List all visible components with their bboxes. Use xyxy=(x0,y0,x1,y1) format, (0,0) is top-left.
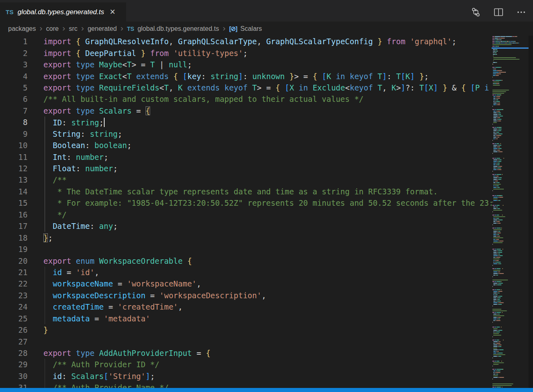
code-line[interactable]: 24 createdTime = 'createdTime', xyxy=(0,301,492,312)
line-number[interactable]: 23 xyxy=(0,291,28,300)
code-line[interactable]: 22 workspaceName = 'workspaceName', xyxy=(0,278,492,289)
line-number[interactable]: 15 xyxy=(0,198,28,207)
line-number[interactable]: 5 xyxy=(0,83,28,92)
code-line[interactable]: 7export type Scalars = { xyxy=(0,105,492,116)
code-line-text: String: string; xyxy=(43,129,123,138)
line-number[interactable]: 11 xyxy=(0,153,28,162)
line-number[interactable]: 6 xyxy=(0,95,28,103)
code-line[interactable]: 8 ID: string; xyxy=(0,116,492,128)
line-number[interactable]: 17 xyxy=(0,222,28,230)
chevron-right-icon: › xyxy=(223,24,226,32)
status-bar[interactable] xyxy=(0,388,533,392)
line-number[interactable]: 31 xyxy=(0,383,28,388)
line-number[interactable]: 9 xyxy=(0,129,28,138)
code-line[interactable]: 4export type Exact<T extends { [key: str… xyxy=(0,70,492,82)
code-line[interactable]: 26} xyxy=(0,324,492,336)
code-line[interactable]: 2import { DeepPartial } from 'utility-ty… xyxy=(0,47,492,58)
code-line[interactable]: 23 workspaceDescription = 'workspaceDesc… xyxy=(0,290,492,301)
indent-guide xyxy=(45,151,45,162)
vscode-window: TS global.db.types.generated.ts × xyxy=(0,0,533,392)
line-number[interactable]: 8 xyxy=(0,118,28,127)
editor-actions xyxy=(471,2,527,22)
code-line-text: createdTime = 'createdTime', xyxy=(43,302,183,311)
code-line-text: export enum WorkspaceOrderable { xyxy=(43,256,192,265)
code-line-text: Boolean: boolean; xyxy=(43,141,131,150)
breadcrumb-item-src[interactable]: src xyxy=(69,25,77,32)
code-line-text: export type Scalars = { xyxy=(43,106,150,115)
line-number[interactable]: 26 xyxy=(0,325,28,334)
breadcrumb-item-generated[interactable]: generated xyxy=(88,25,117,32)
line-number[interactable]: 24 xyxy=(0,302,28,311)
close-tab-icon[interactable]: × xyxy=(110,7,115,17)
line-number[interactable]: 27 xyxy=(0,337,28,346)
chevron-right-icon: › xyxy=(40,24,43,32)
code-line[interactable]: 17 DateTime: any; xyxy=(0,220,492,232)
code-line[interactable]: 31 /** Auth Provider Name */ xyxy=(0,382,492,388)
line-number[interactable]: 10 xyxy=(0,141,28,150)
code-line[interactable]: 13 /** xyxy=(0,174,492,185)
code-line[interactable]: 28export type AddAuthProviderInput = { xyxy=(0,347,492,359)
split-editor-icon[interactable] xyxy=(493,7,504,17)
code-line-text: workspaceDescription = 'workspaceDescrip… xyxy=(43,291,266,300)
line-number[interactable]: 7 xyxy=(0,106,28,115)
line-number[interactable]: 29 xyxy=(0,360,28,369)
line-number[interactable]: 13 xyxy=(0,175,28,184)
line-number[interactable]: 16 xyxy=(0,210,28,219)
line-number[interactable]: 14 xyxy=(0,187,28,196)
code-line[interactable]: 14 * The DateTime scalar type represents… xyxy=(0,186,492,197)
code-line[interactable]: 21 id = 'id', xyxy=(0,267,492,278)
line-number[interactable]: 21 xyxy=(0,268,28,277)
line-number[interactable]: 28 xyxy=(0,349,28,358)
line-number[interactable]: 2 xyxy=(0,49,28,58)
line-number[interactable]: 20 xyxy=(0,256,28,265)
line-number[interactable]: 25 xyxy=(0,314,28,323)
code-line-text: metadata = 'metadata' xyxy=(43,314,150,323)
line-number[interactable]: 1 xyxy=(0,37,28,46)
code-line[interactable]: 10 Boolean: boolean; xyxy=(0,140,492,151)
tab-global-db-types-generated[interactable]: TS global.db.types.generated.ts × xyxy=(0,2,126,22)
line-number[interactable]: 22 xyxy=(0,279,28,288)
code-line[interactable]: 12 Float: number; xyxy=(0,163,492,174)
code-line[interactable]: 15 * For example: "1985-04-12T23:20:50.5… xyxy=(0,197,492,209)
scrollbar-track[interactable] xyxy=(529,36,533,388)
code-line[interactable]: 6/** All built-in and custom scalars, ma… xyxy=(0,93,492,105)
code-line[interactable]: 1import { GraphQLResolveInfo, GraphQLSca… xyxy=(0,36,492,47)
line-number[interactable]: 4 xyxy=(0,72,28,81)
code-line-text: */ xyxy=(43,210,67,219)
code-line-text: Float: number; xyxy=(43,164,118,173)
indent-guide xyxy=(45,220,45,232)
code-line[interactable]: 9 String: string; xyxy=(0,128,492,140)
breadcrumb-item-core[interactable]: core xyxy=(46,25,59,32)
code-line[interactable]: 25 metadata = 'metadata' xyxy=(0,313,492,324)
open-changes-icon[interactable] xyxy=(471,7,481,17)
code-line[interactable]: 29 /** Auth Provider ID */ xyxy=(0,359,492,370)
code-area[interactable]: 1import { GraphQLResolveInfo, GraphQLSca… xyxy=(0,36,492,388)
code-line[interactable]: 5export type RequireFields<T, K extends … xyxy=(0,82,492,93)
line-number[interactable]: 12 xyxy=(0,164,28,173)
code-line[interactable]: 30 id: Scalars['String']; xyxy=(0,370,492,382)
minimap[interactable] xyxy=(492,36,529,388)
code-line[interactable]: 11 Int: number; xyxy=(0,151,492,162)
breadcrumb-item-symbol-scalars[interactable]: Scalars xyxy=(241,25,262,32)
code-line[interactable]: 19 xyxy=(0,243,492,255)
code-line-text: export type AddAuthProviderInput = { xyxy=(43,349,211,358)
indent-guide xyxy=(45,290,45,301)
code-line-text: export type RequireFields<T, K extends k… xyxy=(43,83,489,92)
code-line[interactable]: 3export type Maybe<T> = T | null; xyxy=(0,59,492,70)
line-number[interactable]: 19 xyxy=(0,245,28,254)
more-actions-icon[interactable] xyxy=(516,7,527,17)
line-number[interactable]: 18 xyxy=(0,233,28,242)
code-line[interactable]: 16 */ xyxy=(0,209,492,220)
indent-guide xyxy=(45,359,45,370)
code-line[interactable]: 18}; xyxy=(0,232,492,243)
minimap-current-line-marker xyxy=(492,47,529,49)
line-number[interactable]: 30 xyxy=(0,372,28,381)
code-line[interactable]: 20export enum WorkspaceOrderable { xyxy=(0,255,492,266)
breadcrumb-item-file[interactable]: global.db.types.generated.ts xyxy=(138,25,219,32)
breadcrumb: packages › core › src › generated › TS g… xyxy=(0,22,533,36)
code-line[interactable]: 27 xyxy=(0,336,492,347)
line-number[interactable]: 3 xyxy=(0,60,28,69)
tab-bar: TS global.db.types.generated.ts × xyxy=(0,0,533,22)
breadcrumb-item-packages[interactable]: packages xyxy=(8,25,36,32)
code-line-text: id = 'id', xyxy=(43,268,99,277)
